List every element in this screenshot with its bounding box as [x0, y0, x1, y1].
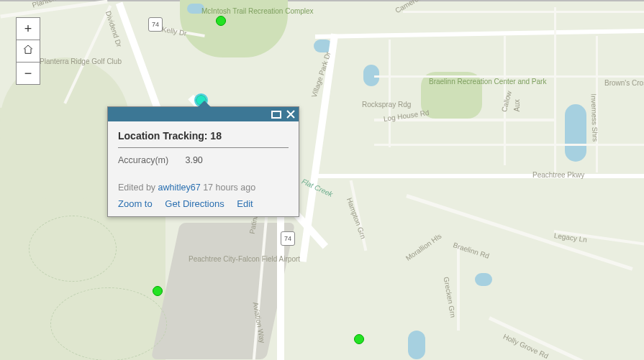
get-directions-link[interactable]: Get Directions — [165, 198, 224, 209]
grid-h1 — [403, 11, 644, 13]
label-mcintosh: McIntosh Trail Recreation Complex — [201, 7, 259, 15]
location-marker-2[interactable] — [153, 286, 163, 296]
zoom-in-button[interactable]: + — [17, 18, 40, 40]
label-aux: Aux — [513, 99, 521, 111]
edit-link[interactable]: Edit — [237, 198, 253, 209]
popup-arrow — [198, 101, 211, 107]
pond-5 — [408, 331, 425, 359]
grecken-grn — [457, 244, 460, 331]
label-morallion: Morallion Hls — [404, 232, 443, 262]
plus-icon: + — [24, 22, 32, 37]
zoom-to-link[interactable]: Zoom to — [118, 198, 153, 209]
zoom-control: + − — [16, 17, 40, 85]
popup-header — [108, 107, 299, 121]
popup-title-value: 18 — [210, 130, 222, 142]
grid-v4 — [389, 40, 391, 147]
braelinn-rd — [406, 194, 632, 271]
popup-accuracy-row: Accuracy(m) 3.90 — [118, 155, 289, 165]
label-rockspray: Rockspray Rdg — [362, 101, 411, 109]
hwy-shield-74b: 74 — [281, 231, 295, 246]
popup-title: Location Tracking: 18 — [118, 130, 289, 148]
popup-edit-meta: Edited by awhitley67 17 hours ago — [118, 183, 289, 193]
svg-rect-0 — [272, 111, 281, 118]
planterra-rdg-rd — [0, 0, 107, 18]
popup-body: Location Tracking: 18 Accuracy(m) 3.90 E… — [108, 121, 299, 216]
grid-h3 — [374, 144, 644, 146]
accuracy-value: 3.90 — [185, 155, 202, 165]
label-peachtree-pkwy: Peachtree Pkwy — [532, 171, 584, 179]
popup-title-prefix: Location Tracking: — [118, 130, 210, 142]
popup-actions: Zoom to Get Directions Edit — [118, 198, 289, 209]
edited-suffix: 17 hours ago — [201, 183, 255, 193]
pond-4 — [475, 273, 492, 286]
home-extent-button[interactable] — [17, 40, 40, 63]
peachtree-pkwy — [317, 174, 644, 178]
rd-north-hz — [315, 29, 644, 39]
label-grecken: Grecken Grn — [443, 277, 458, 318]
label-braelinn-park: Braelinn Recreation Center and Park — [429, 78, 479, 86]
airport-area — [151, 223, 295, 359]
hwy-shield-74a: 74 — [148, 17, 163, 32]
label-planterra: Planterra Ridge Golf Club — [40, 57, 83, 65]
grid-v2 — [554, 7, 556, 172]
popup-close-button[interactable] — [286, 109, 296, 119]
minus-icon: − — [24, 66, 32, 81]
accuracy-label: Accuracy(m) — [118, 155, 183, 165]
popup-maximize-button[interactable] — [271, 109, 281, 119]
location-marker-1[interactable] — [216, 16, 226, 26]
feature-popup: Location Tracking: 18 Accuracy(m) 3.90 E… — [107, 106, 299, 217]
home-icon — [22, 44, 34, 59]
label-callow: Callow — [500, 90, 513, 113]
map-canvas[interactable]: 74 74 McIntosh Trail Recreation Complex … — [0, 0, 644, 360]
label-inverness: Inverness Shrs — [590, 93, 599, 142]
label-browns: Brown's Crossing — [604, 79, 644, 87]
contour-2 — [50, 287, 167, 360]
lake-east — [565, 104, 586, 162]
contour-1 — [29, 216, 117, 282]
zoom-out-button[interactable]: − — [17, 63, 40, 84]
editor-link[interactable]: awhitley67 — [158, 183, 201, 193]
edited-prefix: Edited by — [118, 183, 158, 193]
label-airport: Peachtree City-Falcon Field Airport — [189, 255, 246, 263]
location-marker-3[interactable] — [354, 334, 364, 344]
